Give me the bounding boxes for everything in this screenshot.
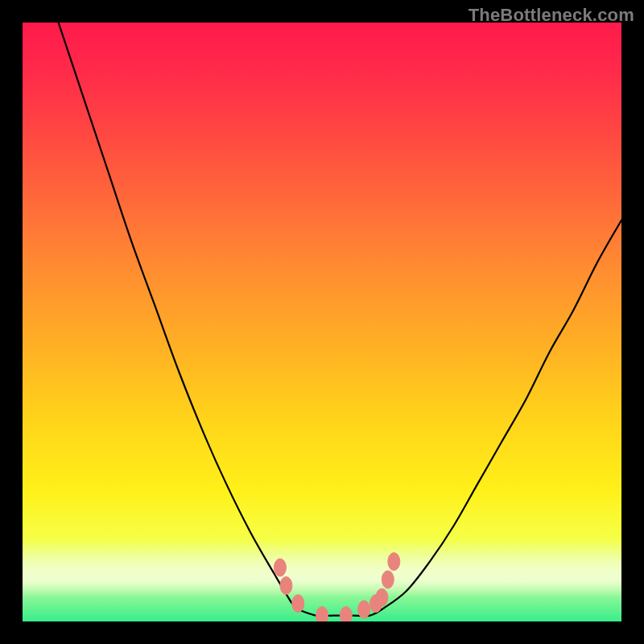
- marker-dot: [376, 588, 388, 606]
- curve-layer: [23, 23, 621, 621]
- plot-area: [23, 23, 621, 621]
- curve-left: [59, 23, 299, 609]
- marker-dot: [358, 601, 370, 618]
- marker-dot: [274, 559, 286, 576]
- marker-dot: [340, 607, 352, 621]
- chart-stage: TheBottleneck.com: [0, 0, 644, 644]
- marker-dot: [292, 595, 304, 613]
- marker-dot: [280, 576, 292, 594]
- marker-dot: [316, 607, 328, 621]
- marker-dot: [388, 553, 400, 571]
- curve-right: [382, 221, 621, 610]
- marker-dot: [382, 571, 394, 588]
- highlight-markers: [274, 553, 399, 621]
- watermark-text: TheBottleneck.com: [469, 5, 634, 26]
